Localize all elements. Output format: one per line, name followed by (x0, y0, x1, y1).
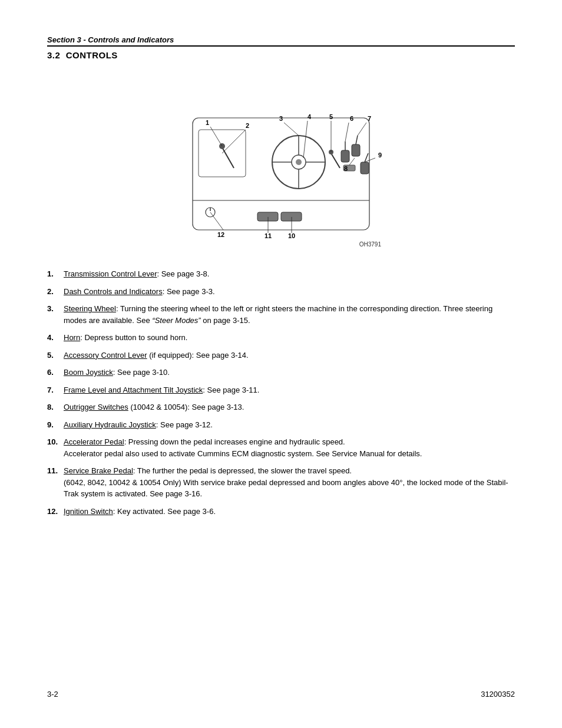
item-number: 6. (47, 367, 54, 378)
svg-rect-13 (341, 150, 349, 162)
item-link-5: Accessory Control Lever (64, 351, 147, 360)
svg-line-47 (210, 212, 223, 230)
svg-text:5: 5 (329, 113, 333, 120)
list-item: 1. Transmission Control Lever: See page … (47, 268, 515, 280)
svg-text:3: 3 (279, 115, 283, 122)
svg-line-16 (356, 136, 358, 144)
diagram-container: 1 2 3 4 5 6 7 8 9 10 (47, 71, 515, 255)
item-text-1: : See page 3-8. (157, 269, 209, 278)
svg-line-31 (303, 121, 308, 158)
list-item: 7. Frame Level and Attachment Tilt Joyst… (47, 384, 515, 396)
svg-text:OH3791: OH3791 (359, 241, 382, 248)
list-item: 8. Outrigger Switches (10042 & 10054): S… (47, 401, 515, 413)
item-text-9: : See page 3-12. (156, 420, 213, 429)
list-item: 10. Accelerator Pedal: Pressing down the… (47, 436, 515, 459)
svg-text:10: 10 (288, 232, 295, 239)
item-number: 4. (47, 332, 54, 344)
svg-text:6: 6 (350, 115, 353, 122)
item-number: 12. (47, 506, 58, 518)
item-text-3: : Turning the steering wheel to the left… (64, 304, 492, 325)
section-header: Section 3 - Controls and Indicators (47, 35, 515, 44)
item-text-7: : See page 3-11. (203, 386, 259, 394)
item-number: 7. (47, 384, 54, 396)
list-item: 4. Horn: Depress button to sound horn. (47, 332, 515, 344)
svg-text:7: 7 (368, 115, 371, 122)
controls-list: 1. Transmission Control Lever: See page … (47, 268, 515, 517)
list-item: 9. Auxiliary Hydraulic Joystick: See pag… (47, 419, 515, 431)
item-link-8: Outrigger Switches (64, 403, 128, 411)
item-link-1: Transmission Control Lever (64, 269, 157, 278)
list-item: 6. Boom Joystick: See page 3-10. (47, 367, 515, 378)
svg-text:8: 8 (344, 165, 348, 172)
svg-line-35 (345, 123, 349, 141)
svg-text:4: 4 (308, 113, 312, 120)
item-link-12: Ignition Switch (64, 507, 113, 516)
svg-line-39 (349, 158, 355, 165)
item-link-2: Dash Controls and Indicators (64, 287, 163, 296)
section-divider (47, 45, 515, 47)
item-link-10: Accelerator Pedal (64, 437, 124, 446)
item-text-4: : Depress button to sound horn. (80, 333, 187, 342)
item-number: 1. (47, 268, 54, 280)
item-number: 11. (47, 465, 58, 477)
svg-line-27 (222, 130, 246, 153)
svg-text:12: 12 (217, 231, 224, 238)
item-link-6: Boom Joystick (64, 368, 113, 377)
list-item: 11. Service Brake Pedal: The further the… (47, 465, 515, 500)
item-text-6: : See page 3-10. (113, 368, 170, 377)
item-text-5: (if equipped): See page 3-14. (147, 351, 249, 360)
item-number: 5. (47, 350, 54, 361)
page-footer: 3-2 31200352 (47, 690, 515, 699)
svg-rect-21 (281, 212, 302, 221)
item-link-11: Service Brake Pedal (64, 466, 133, 475)
item-link-7: Frame Level and Attachment Tilt Joystick (64, 386, 203, 394)
item-link-9: Auxiliary Hydraulic Joystick (64, 420, 156, 429)
svg-rect-20 (257, 212, 278, 221)
item-text-2: : See page 3-3. (163, 287, 215, 296)
svg-rect-15 (352, 144, 360, 156)
svg-line-37 (358, 123, 366, 136)
item-text-12: : Key activated. See page 3-6. (113, 507, 216, 516)
item-link-4: Horn (64, 333, 80, 342)
svg-text:11: 11 (265, 232, 272, 239)
svg-point-24 (296, 159, 302, 165)
item-text-8: (10042 & 10054): See page 3-13. (128, 403, 244, 411)
list-item: 12. Ignition Switch: Key activated. See … (47, 506, 515, 518)
list-item: 2. Dash Controls and Indicators: See pag… (47, 286, 515, 298)
item-number: 2. (47, 286, 54, 298)
page: Section 3 - Controls and Indicators 3.2 … (0, 0, 562, 728)
svg-line-11 (331, 153, 340, 168)
item-number: 10. (47, 436, 58, 448)
list-item: 5. Accessory Control Lever (if equipped)… (47, 350, 515, 361)
page-number: 3-2 (47, 690, 58, 699)
list-item: 3. Steering Wheel: Turning the steering … (47, 303, 515, 326)
item-link-3: Steering Wheel (64, 304, 116, 313)
item-number: 8. (47, 401, 54, 413)
item-number: 9. (47, 419, 54, 431)
svg-text:1: 1 (206, 119, 209, 126)
svg-line-9 (222, 147, 234, 168)
doc-number: 31200352 (481, 690, 515, 699)
svg-line-29 (284, 123, 299, 136)
svg-text:9: 9 (378, 151, 382, 159)
item-number: 3. (47, 303, 54, 315)
controls-diagram: 1 2 3 4 5 6 7 8 9 10 (157, 71, 405, 253)
svg-rect-18 (361, 162, 369, 174)
svg-text:2: 2 (246, 122, 249, 129)
section-title: 3.2 CONTROLS (47, 50, 515, 60)
